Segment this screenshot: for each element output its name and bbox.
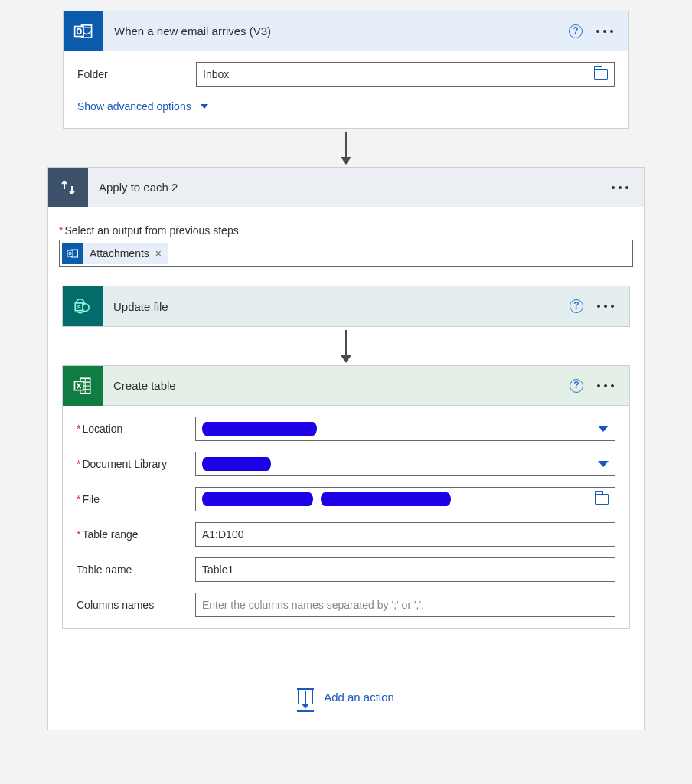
help-icon[interactable]: ?	[570, 299, 583, 313]
more-icon[interactable]	[597, 305, 614, 308]
file-row: File	[77, 487, 615, 511]
range-label: Table range	[77, 528, 195, 541]
tname-row: Table name Table1	[77, 557, 615, 582]
svg-rect-1	[75, 26, 83, 36]
create-table-card: Create table ? Location	[62, 365, 630, 629]
more-icon[interactable]	[612, 186, 628, 189]
loop-icon	[48, 168, 88, 207]
range-row: Table range A1:D100	[77, 522, 615, 547]
more-icon[interactable]	[597, 384, 614, 387]
sharepoint-icon: S	[63, 286, 103, 326]
add-action-icon	[298, 690, 313, 704]
help-icon[interactable]: ?	[569, 24, 583, 38]
cols-label: Columns names	[77, 599, 195, 611]
folder-row: Folder Inbox	[77, 62, 615, 87]
update-file-card: S Update file ?	[62, 286, 630, 327]
apply-to-each-card: Apply to each 2 *Select an output from p…	[47, 167, 645, 730]
chevron-down-icon	[201, 104, 208, 109]
connector-arrow	[0, 129, 692, 167]
file-input[interactable]	[195, 487, 615, 511]
trigger-card: When a new email arrives (V3) ? Folder I…	[63, 11, 629, 129]
outlook-icon	[62, 243, 83, 264]
apply-to-each-title: Apply to each 2	[88, 181, 612, 194]
trigger-header[interactable]: When a new email arrives (V3) ?	[64, 11, 628, 51]
token-label: Attachments	[90, 247, 149, 260]
location-label: Location	[77, 423, 195, 435]
folder-label: Folder	[77, 68, 196, 80]
folder-picker-icon[interactable]	[595, 494, 609, 505]
chevron-down-icon[interactable]	[598, 461, 609, 467]
create-table-header[interactable]: Create table ?	[63, 366, 629, 406]
attachments-token[interactable]: Attachments ×	[62, 243, 168, 264]
cols-input[interactable]: Enter the columns names separated by ';'…	[195, 593, 615, 617]
remove-token-icon[interactable]: ×	[155, 247, 162, 260]
excel-icon	[63, 366, 103, 406]
svg-rect-4	[67, 250, 73, 256]
select-output-input[interactable]: Attachments ×	[59, 240, 633, 267]
doclib-label: Document Library	[77, 458, 195, 470]
update-file-header[interactable]: S Update file ?	[63, 286, 629, 326]
svg-text:S: S	[77, 304, 81, 311]
more-icon[interactable]	[596, 30, 613, 33]
add-action-button[interactable]: Add an action	[59, 690, 633, 704]
connector-arrow	[59, 327, 633, 365]
file-label: File	[77, 493, 195, 505]
folder-value: Inbox	[203, 68, 229, 80]
location-row: Location	[77, 416, 615, 441]
cols-row: Columns names Enter the columns names se…	[77, 593, 615, 617]
create-table-title: Create table	[103, 379, 570, 392]
update-file-title: Update file	[103, 300, 570, 313]
help-icon[interactable]: ?	[570, 379, 583, 393]
folder-picker-icon[interactable]	[594, 69, 608, 80]
trigger-title: When a new email arrives (V3)	[103, 24, 569, 38]
folder-input[interactable]: Inbox	[196, 62, 615, 87]
outlook-icon	[64, 11, 103, 51]
chevron-down-icon[interactable]	[598, 426, 609, 432]
range-input[interactable]: A1:D100	[195, 522, 615, 547]
show-advanced-link[interactable]: Show advanced options	[77, 97, 615, 117]
doclib-row: Document Library	[77, 452, 615, 476]
apply-to-each-header[interactable]: Apply to each 2	[48, 168, 644, 207]
location-input[interactable]	[195, 416, 615, 441]
tname-label: Table name	[77, 564, 195, 576]
select-output-label: *Select an output from previous steps	[59, 224, 633, 237]
doclib-input[interactable]	[195, 452, 615, 476]
add-action-label: Add an action	[324, 691, 394, 704]
tname-input[interactable]: Table1	[195, 557, 615, 582]
